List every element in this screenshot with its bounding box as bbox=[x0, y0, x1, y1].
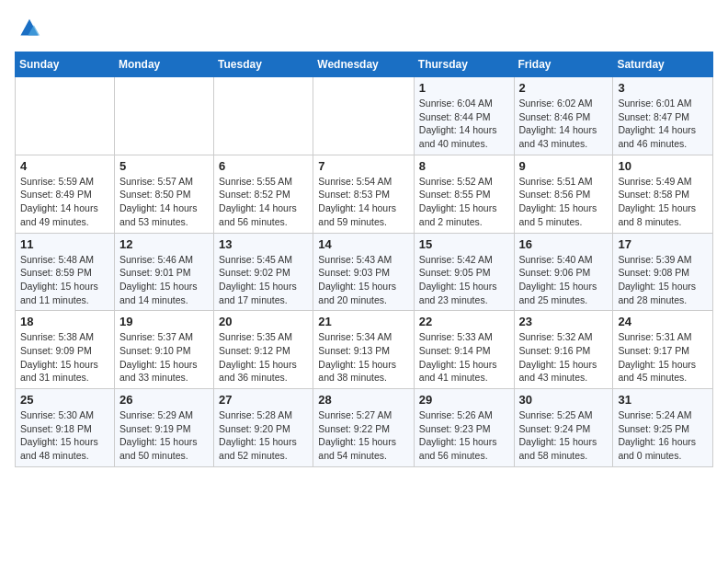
day-info: Sunrise: 5:43 AM Sunset: 9:03 PM Dayligh… bbox=[318, 253, 409, 307]
day-info: Sunrise: 6:01 AM Sunset: 8:47 PM Dayligh… bbox=[618, 97, 708, 151]
header-day-sunday: Sunday bbox=[16, 52, 115, 77]
day-info: Sunrise: 5:24 AM Sunset: 9:25 PM Dayligh… bbox=[618, 408, 708, 463]
day-info: Sunrise: 5:39 AM Sunset: 9:08 PM Dayligh… bbox=[618, 253, 708, 307]
day-info: Sunrise: 5:32 AM Sunset: 9:16 PM Dayligh… bbox=[519, 330, 609, 385]
day-number: 14 bbox=[318, 237, 409, 251]
day-number: 27 bbox=[219, 393, 308, 407]
day-cell: 1Sunrise: 6:04 AM Sunset: 8:44 PM Daylig… bbox=[414, 77, 514, 155]
day-info: Sunrise: 5:33 AM Sunset: 9:14 PM Dayligh… bbox=[419, 330, 509, 385]
day-number: 5 bbox=[119, 159, 209, 173]
day-info: Sunrise: 5:37 AM Sunset: 9:10 PM Dayligh… bbox=[119, 330, 209, 385]
day-cell: 3Sunrise: 6:01 AM Sunset: 8:47 PM Daylig… bbox=[613, 77, 713, 155]
day-info: Sunrise: 5:28 AM Sunset: 9:20 PM Dayligh… bbox=[219, 408, 308, 463]
day-cell: 11Sunrise: 5:48 AM Sunset: 8:59 PM Dayli… bbox=[16, 233, 115, 311]
header-day-monday: Monday bbox=[114, 52, 213, 77]
day-number: 29 bbox=[419, 393, 509, 407]
day-info: Sunrise: 5:45 AM Sunset: 9:02 PM Dayligh… bbox=[219, 253, 308, 307]
day-cell: 25Sunrise: 5:30 AM Sunset: 9:18 PM Dayli… bbox=[16, 389, 115, 467]
day-info: Sunrise: 5:42 AM Sunset: 9:05 PM Dayligh… bbox=[419, 253, 509, 307]
day-info: Sunrise: 5:48 AM Sunset: 8:59 PM Dayligh… bbox=[20, 253, 109, 307]
day-info: Sunrise: 5:29 AM Sunset: 9:19 PM Dayligh… bbox=[119, 408, 209, 463]
day-cell: 28Sunrise: 5:27 AM Sunset: 9:22 PM Dayli… bbox=[313, 389, 415, 467]
day-info: Sunrise: 5:30 AM Sunset: 9:18 PM Dayligh… bbox=[20, 408, 109, 463]
calendar-body: 1Sunrise: 6:04 AM Sunset: 8:44 PM Daylig… bbox=[16, 77, 713, 467]
day-cell bbox=[313, 77, 415, 155]
day-number: 17 bbox=[618, 237, 708, 251]
day-number: 8 bbox=[419, 159, 509, 173]
day-cell: 4Sunrise: 5:59 AM Sunset: 8:49 PM Daylig… bbox=[16, 155, 115, 233]
day-cell: 16Sunrise: 5:40 AM Sunset: 9:06 PM Dayli… bbox=[514, 233, 613, 311]
day-cell bbox=[214, 77, 313, 155]
day-info: Sunrise: 5:40 AM Sunset: 9:06 PM Dayligh… bbox=[519, 253, 609, 307]
day-number: 22 bbox=[419, 315, 509, 328]
day-number: 6 bbox=[219, 159, 308, 173]
day-cell: 18Sunrise: 5:38 AM Sunset: 9:09 PM Dayli… bbox=[16, 311, 115, 389]
day-info: Sunrise: 5:38 AM Sunset: 9:09 PM Dayligh… bbox=[20, 330, 109, 385]
day-cell: 7Sunrise: 5:54 AM Sunset: 8:53 PM Daylig… bbox=[313, 155, 415, 233]
day-info: Sunrise: 5:31 AM Sunset: 9:17 PM Dayligh… bbox=[618, 330, 708, 385]
day-number: 31 bbox=[618, 393, 708, 407]
day-number: 12 bbox=[119, 237, 209, 251]
day-number: 24 bbox=[618, 315, 708, 328]
day-cell bbox=[16, 77, 115, 155]
day-info: Sunrise: 5:34 AM Sunset: 9:13 PM Dayligh… bbox=[318, 330, 409, 385]
day-cell: 2Sunrise: 6:02 AM Sunset: 8:46 PM Daylig… bbox=[514, 77, 613, 155]
day-info: Sunrise: 5:26 AM Sunset: 9:23 PM Dayligh… bbox=[419, 408, 509, 463]
day-info: Sunrise: 5:49 AM Sunset: 8:58 PM Dayligh… bbox=[618, 175, 708, 229]
day-cell: 17Sunrise: 5:39 AM Sunset: 9:08 PM Dayli… bbox=[613, 233, 713, 311]
day-cell: 12Sunrise: 5:46 AM Sunset: 9:01 PM Dayli… bbox=[114, 233, 213, 311]
day-info: Sunrise: 5:54 AM Sunset: 8:53 PM Dayligh… bbox=[318, 175, 409, 229]
day-cell: 21Sunrise: 5:34 AM Sunset: 9:13 PM Dayli… bbox=[313, 311, 415, 389]
day-info: Sunrise: 5:51 AM Sunset: 8:56 PM Dayligh… bbox=[519, 175, 609, 229]
day-number: 23 bbox=[519, 315, 609, 328]
header-row: SundayMondayTuesdayWednesdayThursdayFrid… bbox=[16, 52, 713, 77]
day-cell: 15Sunrise: 5:42 AM Sunset: 9:05 PM Dayli… bbox=[414, 233, 514, 311]
day-number: 4 bbox=[20, 159, 109, 173]
day-number: 3 bbox=[618, 81, 708, 95]
day-info: Sunrise: 5:57 AM Sunset: 8:50 PM Dayligh… bbox=[119, 175, 209, 229]
day-cell: 5Sunrise: 5:57 AM Sunset: 8:50 PM Daylig… bbox=[114, 155, 213, 233]
logo bbox=[15, 15, 48, 40]
day-cell: 29Sunrise: 5:26 AM Sunset: 9:23 PM Dayli… bbox=[414, 389, 514, 467]
day-cell: 8Sunrise: 5:52 AM Sunset: 8:55 PM Daylig… bbox=[414, 155, 514, 233]
day-info: Sunrise: 6:02 AM Sunset: 8:46 PM Dayligh… bbox=[519, 97, 609, 151]
day-number: 20 bbox=[219, 315, 308, 328]
day-cell: 10Sunrise: 5:49 AM Sunset: 8:58 PM Dayli… bbox=[613, 155, 713, 233]
day-number: 16 bbox=[519, 237, 609, 251]
day-number: 15 bbox=[419, 237, 509, 251]
header-day-friday: Friday bbox=[514, 52, 613, 77]
day-cell: 9Sunrise: 5:51 AM Sunset: 8:56 PM Daylig… bbox=[514, 155, 613, 233]
day-cell: 13Sunrise: 5:45 AM Sunset: 9:02 PM Dayli… bbox=[214, 233, 313, 311]
day-cell: 23Sunrise: 5:32 AM Sunset: 9:16 PM Dayli… bbox=[514, 311, 613, 389]
day-cell: 27Sunrise: 5:28 AM Sunset: 9:20 PM Dayli… bbox=[214, 389, 313, 467]
day-info: Sunrise: 5:46 AM Sunset: 9:01 PM Dayligh… bbox=[119, 253, 209, 307]
logo-icon bbox=[15, 15, 44, 40]
day-number: 28 bbox=[318, 393, 409, 407]
day-cell: 30Sunrise: 5:25 AM Sunset: 9:24 PM Dayli… bbox=[514, 389, 613, 467]
day-number: 30 bbox=[519, 393, 609, 407]
calendar-table: SundayMondayTuesdayWednesdayThursdayFrid… bbox=[15, 52, 713, 467]
day-number: 10 bbox=[618, 159, 708, 173]
day-number: 19 bbox=[119, 315, 209, 328]
calendar-header: SundayMondayTuesdayWednesdayThursdayFrid… bbox=[16, 52, 713, 77]
day-info: Sunrise: 5:55 AM Sunset: 8:52 PM Dayligh… bbox=[219, 175, 308, 229]
day-number: 25 bbox=[20, 393, 109, 407]
day-number: 13 bbox=[219, 237, 308, 251]
day-cell: 6Sunrise: 5:55 AM Sunset: 8:52 PM Daylig… bbox=[214, 155, 313, 233]
week-row-3: 11Sunrise: 5:48 AM Sunset: 8:59 PM Dayli… bbox=[16, 233, 713, 311]
day-cell: 22Sunrise: 5:33 AM Sunset: 9:14 PM Dayli… bbox=[414, 311, 514, 389]
day-cell: 14Sunrise: 5:43 AM Sunset: 9:03 PM Dayli… bbox=[313, 233, 415, 311]
header-day-tuesday: Tuesday bbox=[214, 52, 313, 77]
day-info: Sunrise: 5:27 AM Sunset: 9:22 PM Dayligh… bbox=[318, 408, 409, 463]
day-cell: 26Sunrise: 5:29 AM Sunset: 9:19 PM Dayli… bbox=[114, 389, 213, 467]
week-row-4: 18Sunrise: 5:38 AM Sunset: 9:09 PM Dayli… bbox=[16, 311, 713, 389]
day-number: 21 bbox=[318, 315, 409, 328]
day-cell: 24Sunrise: 5:31 AM Sunset: 9:17 PM Dayli… bbox=[613, 311, 713, 389]
day-number: 7 bbox=[318, 159, 409, 173]
day-number: 1 bbox=[419, 81, 509, 95]
page-header bbox=[15, 15, 713, 40]
header-day-wednesday: Wednesday bbox=[313, 52, 415, 77]
week-row-1: 1Sunrise: 6:04 AM Sunset: 8:44 PM Daylig… bbox=[16, 77, 713, 155]
day-info: Sunrise: 5:52 AM Sunset: 8:55 PM Dayligh… bbox=[419, 175, 509, 229]
day-number: 18 bbox=[20, 315, 109, 328]
